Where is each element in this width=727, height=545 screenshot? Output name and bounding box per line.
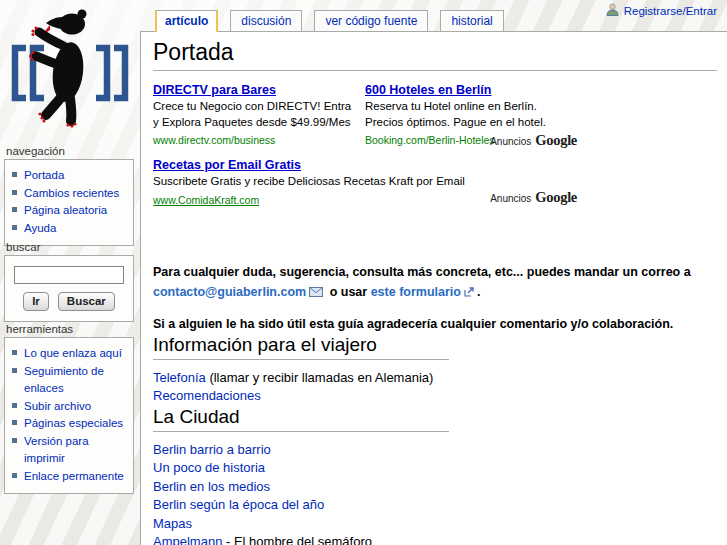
article-link[interactable]: Recomendaciones <box>153 388 261 403</box>
bullet-icon <box>12 420 17 425</box>
ad-url-link[interactable]: www.ComidaKraft.com <box>153 194 259 206</box>
bullet-icon <box>12 350 17 355</box>
article-link[interactable]: Berlin en los medios <box>153 479 270 494</box>
link-line: Recomendaciones <box>153 387 717 406</box>
tool-link[interactable]: Enlace permanente <box>24 470 124 482</box>
google-logo-text: Google <box>535 189 577 205</box>
ad-body-text: Suscribete Gratis y recibe Deliciosas Re… <box>153 174 577 190</box>
link-line: Berlin en los medios <box>153 478 717 497</box>
bullet-icon <box>12 403 17 408</box>
tool-link[interactable]: Lo que enlaza aquí <box>24 347 122 359</box>
page-title: Portada <box>153 39 717 71</box>
sidebar-link[interactable]: Página aleatoria <box>24 204 107 216</box>
link-line: Berlin barrio a barrio <box>153 441 717 460</box>
bullet-icon <box>12 438 17 443</box>
tab-article[interactable]: artículo <box>155 10 218 32</box>
tool-item-upload: Subir archivo <box>12 398 131 416</box>
search-label: buscar <box>4 241 134 253</box>
portlet-navigation: navegación Portada Cambios recientes Pág… <box>4 145 134 246</box>
tool-item-printable: Versión para imprimir <box>12 433 131 468</box>
ad-title-link[interactable]: 600 Hoteles en Berlín <box>365 83 491 97</box>
link-line: Mapas <box>153 515 717 534</box>
contact-email-link[interactable]: contacto@guiaberlin.com <box>153 285 306 299</box>
search-input[interactable] <box>14 266 124 284</box>
tools-label: herramientas <box>4 323 134 335</box>
tool-item-specialpages: Páginas especiales <box>12 415 131 433</box>
article-link[interactable]: Mapas <box>153 516 192 531</box>
section-links-ciudad: Berlin barrio a barrio Un poco de histor… <box>153 441 717 545</box>
link-line: Ampelmann - El hombre del semáforo <box>153 533 717 545</box>
article-link[interactable]: Telefonía <box>153 370 206 385</box>
intro-paragraph-contact: Para cualquier duda, sugerencia, consult… <box>153 262 717 303</box>
tool-link[interactable]: Seguimiento de enlaces <box>24 365 104 395</box>
email-icon <box>309 283 323 303</box>
ad-url-link[interactable]: www.directv.com/business <box>153 134 275 146</box>
bullet-icon <box>12 225 17 230</box>
sidebar-link[interactable]: Ayuda <box>24 222 56 234</box>
sidebar-item-ayuda: Ayuda <box>12 220 131 238</box>
tool-link[interactable]: Páginas especiales <box>24 417 123 429</box>
ads-by-google-label: AnunciosGoogle <box>490 132 577 149</box>
berlin-bear-brackets-icon <box>0 4 140 144</box>
tool-link[interactable]: Versión para imprimir <box>24 435 89 465</box>
ad-directv: DIRECTV para Bares Crece tu Negocio con … <box>153 80 365 148</box>
ad-title-link[interactable]: Recetas por Email Gratis <box>153 158 301 172</box>
article-link[interactable]: Ampelmann <box>153 534 222 545</box>
sidebar-item-cambios: Cambios recientes <box>12 185 131 203</box>
ad-body-text: Crece tu Negocio con DIRECTV! Entra y Ex… <box>153 99 355 130</box>
tool-link[interactable]: Subir archivo <box>24 400 91 412</box>
section-links-viajero: Telefonía (llamar y recibir llamadas en … <box>153 369 717 406</box>
section-heading-viajero: Información para el viajero <box>153 334 449 360</box>
sidebar-link[interactable]: Cambios recientes <box>24 187 119 199</box>
ad-body-text: Reserva tu Hotel online en Berlín. Preci… <box>365 99 567 130</box>
bullet-icon <box>12 473 17 478</box>
personal-bar: Registrarse/Entrar <box>606 3 717 18</box>
tool-item-whatlinkshere: Lo que enlaza aquí <box>12 345 131 363</box>
article-link[interactable]: Un poco de historia <box>153 460 265 475</box>
sidebar-link[interactable]: Portada <box>24 169 64 181</box>
login-link[interactable]: Registrarse/Entrar <box>624 5 717 17</box>
intro-paragraph-thanks: Si a alguien le ha sido útil esta guía a… <box>153 314 717 334</box>
wiki-logo[interactable] <box>0 4 140 144</box>
ad-title-link[interactable]: DIRECTV para Bares <box>153 83 276 97</box>
link-line: Telefonía (llamar y recibir llamadas en … <box>153 369 717 388</box>
link-line: Un poco de historia <box>153 459 717 478</box>
article-link[interactable]: Berlin barrio a barrio <box>153 442 271 457</box>
article-link[interactable]: Berlin según la época del año <box>153 497 324 512</box>
sidebar-item-aleatoria: Página aleatoria <box>12 202 131 220</box>
external-link-icon <box>464 283 474 303</box>
google-logo-text: Google <box>535 132 577 148</box>
bullet-icon <box>12 207 17 212</box>
tab-discussion[interactable]: discusión <box>230 10 302 31</box>
tab-history[interactable]: historial <box>440 10 503 31</box>
google-ads-block: DIRECTV para Bares Crece tu Negocio con … <box>153 80 577 208</box>
search-button[interactable]: Buscar <box>58 292 115 311</box>
sidebar-item-portada: Portada <box>12 167 131 185</box>
bullet-icon <box>12 172 17 177</box>
page-tabs: artículo discusión ver código fuente his… <box>155 10 504 31</box>
bullet-icon <box>12 190 17 195</box>
ad-url-link[interactable]: Booking.com/Berlin-Hoteles <box>365 134 495 146</box>
bullet-icon <box>12 368 17 373</box>
go-button[interactable]: Ir <box>23 292 49 311</box>
portlet-tools: herramientas Lo que enlaza aquí Seguimie… <box>4 323 134 494</box>
tool-item-permalink: Enlace permanente <box>12 468 131 486</box>
portlet-search: buscar Ir Buscar <box>4 241 134 322</box>
section-heading-ciudad: La Ciudad <box>153 406 449 432</box>
user-icon <box>606 3 619 18</box>
form-link[interactable]: este formulario <box>371 285 461 299</box>
ad-row-2: Recetas por Email Gratis Suscribete Grat… <box>153 155 577 208</box>
navigation-label: navegación <box>4 145 134 157</box>
tool-item-linkfollow: Seguimiento de enlaces <box>12 363 131 398</box>
link-line: Berlin según la época del año <box>153 496 717 515</box>
ad-row-1: DIRECTV para Bares Crece tu Negocio con … <box>153 80 577 148</box>
content-area: Portada DIRECTV para Bares Crece tu Nego… <box>140 31 727 545</box>
tab-view-source[interactable]: ver código fuente <box>314 10 428 31</box>
ads-by-google-label: AnunciosGoogle <box>490 189 577 206</box>
